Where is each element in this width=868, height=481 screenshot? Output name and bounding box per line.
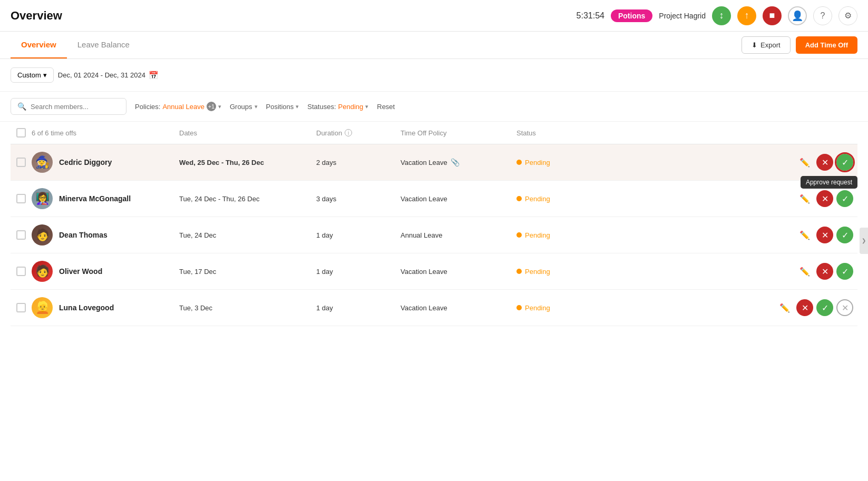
row-4-status-text: Pending — [525, 268, 550, 276]
row-2-deny-button[interactable]: ✕ — [816, 190, 833, 207]
row-5-approve-button[interactable]: ✓ — [816, 299, 833, 316]
row-4-approve-button[interactable]: ✓ — [836, 263, 853, 280]
row-2-edit-button[interactable]: ✏️ — [796, 190, 813, 207]
policies-label: Policies: — [135, 103, 160, 111]
groups-label: Groups — [230, 103, 252, 111]
row-5-edit-button[interactable]: ✏️ — [776, 299, 793, 316]
row-5-cancel-button[interactable]: ✕ — [836, 299, 853, 316]
table-row: 👱 Luna Lovegood Tue, 3 Dec 1 day Vacatio… — [11, 290, 857, 326]
row-5-check — [11, 303, 32, 312]
row-1-avatar: 🧙 — [32, 152, 53, 173]
tabs: Overview Leave Balance — [11, 32, 140, 58]
row-4-status-dot — [516, 269, 522, 274]
app-title: Overview — [11, 9, 62, 23]
tab-overview[interactable]: Overview — [11, 32, 67, 58]
policies-chevron: ▾ — [218, 103, 221, 110]
row-5-deny-button[interactable]: ✕ — [796, 299, 813, 316]
row-4-actions: ✏️ ✕ ✓ — [622, 263, 857, 280]
table-row: 🧑 Oliver Wood Tue, 17 Dec 1 day Vacation… — [11, 253, 857, 290]
tab-leave-balance[interactable]: Leave Balance — [67, 32, 140, 58]
row-3-avatar: 🧑 — [32, 224, 53, 246]
avatar-outline[interactable]: 👤 — [788, 6, 807, 25]
row-1-policy-name: Vacation Leave — [401, 159, 447, 166]
settings-icon[interactable]: ⚙ — [838, 6, 857, 25]
row-3-approve-button[interactable]: ✓ — [836, 227, 853, 243]
duration-info-icon[interactable]: i — [345, 129, 352, 136]
export-button[interactable]: ⬇ Export — [742, 36, 791, 54]
search-filter-bar: 🔍 Policies: Annual Leave +1 ▾ Groups ▾ P… — [0, 92, 868, 122]
row-5-checkbox[interactable] — [16, 303, 26, 312]
statuses-value: Pending — [338, 103, 364, 111]
row-4-name: Oliver Wood — [59, 267, 102, 276]
col-header-name: 6 of 6 time offs — [32, 129, 179, 137]
row-4-edit-button[interactable]: ✏️ — [796, 263, 813, 280]
row-1-name: Cedric Diggory — [59, 158, 112, 166]
row-2-checkbox[interactable] — [16, 194, 26, 203]
row-1-deny-button[interactable]: ✕ — [816, 154, 833, 171]
avatar-orange[interactable]: ↑ — [737, 6, 756, 25]
avatar-red[interactable]: ■ — [763, 6, 782, 25]
select-all-checkbox[interactable] — [16, 128, 26, 138]
search-input[interactable] — [31, 103, 120, 111]
row-3-actions: ✏️ ✕ ✓ — [622, 227, 857, 243]
row-4-policy-name: Vacation Leave — [401, 268, 447, 276]
statuses-chevron: ▾ — [365, 103, 368, 110]
row-2-avatar: 👩‍🏫 — [32, 188, 53, 209]
calendar-icon[interactable]: 📅 — [149, 71, 159, 80]
col-header-status: Status — [516, 129, 622, 137]
row-4-avatar: 🧑 — [32, 261, 53, 282]
row-1-status-dot — [516, 160, 522, 165]
row-5-status: Pending — [516, 304, 622, 312]
row-2-status-dot — [516, 196, 522, 201]
row-1-actions: ✏️ ✕ ✓ Approve request — [622, 154, 857, 171]
col-header-duration: Duration i — [316, 129, 401, 137]
table-row: 🧑 Dean Thomas Tue, 24 Dec 1 day Annual L… — [11, 217, 857, 253]
row-1-edit-button[interactable]: ✏️ — [796, 154, 813, 171]
row-5-name: Luna Lovegood — [59, 303, 114, 312]
reset-button[interactable]: Reset — [377, 103, 395, 111]
row-4-checkbox[interactable] — [16, 267, 26, 276]
row-4-duration: 1 day — [316, 268, 401, 276]
filter-policies[interactable]: Policies: Annual Leave +1 ▾ — [135, 102, 221, 111]
row-4-status: Pending — [516, 268, 622, 276]
row-1-attachment-icon[interactable]: 📎 — [451, 158, 460, 166]
row-2-dates: Tue, 24 Dec - Thu, 26 Dec — [179, 195, 316, 203]
row-1-status: Pending — [516, 159, 622, 166]
row-3-dates: Tue, 24 Dec — [179, 231, 316, 239]
table: 6 of 6 time offs Dates Duration i Time O… — [0, 122, 868, 326]
filter-groups[interactable]: Groups ▾ — [230, 103, 258, 111]
row-3-checkbox[interactable] — [16, 230, 26, 240]
filter-statuses[interactable]: Statuses: Pending ▾ — [307, 103, 368, 111]
row-2-duration: 3 days — [316, 195, 401, 203]
row-2-actions: ✏️ ✕ ✓ — [622, 190, 857, 207]
row-1-approve-button[interactable]: ✓ — [836, 154, 853, 171]
row-2-policy-name: Vacation Leave — [401, 195, 447, 203]
custom-dropdown[interactable]: Custom ▾ — [11, 67, 54, 83]
row-3-deny-button[interactable]: ✕ — [816, 227, 833, 243]
export-icon: ⬇ — [752, 41, 757, 49]
avatar-green[interactable]: ↕ — [712, 6, 731, 25]
time-display: 5:31:54 — [577, 11, 604, 21]
row-2-policy: Vacation Leave — [401, 195, 516, 203]
row-2-check — [11, 194, 32, 203]
sidebar-handle[interactable]: ❯ — [860, 228, 868, 254]
row-2-approve-button[interactable]: ✓ — [836, 190, 853, 207]
positions-label: Positions — [266, 103, 294, 111]
col-header-policy: Time Off Policy — [401, 129, 516, 137]
row-3-status-text: Pending — [525, 231, 550, 239]
help-icon[interactable]: ? — [813, 6, 832, 25]
policies-value: Annual Leave — [162, 103, 204, 111]
row-4-member: 🧑 Oliver Wood — [32, 261, 179, 282]
row-3-edit-button[interactable]: ✏️ — [796, 227, 813, 243]
row-5-actions: ✏️ ✕ ✓ ✕ — [622, 299, 857, 316]
filter-positions[interactable]: Positions ▾ — [266, 103, 299, 111]
select-all-col — [11, 128, 32, 138]
add-time-off-button[interactable]: Add Time Off — [796, 36, 857, 54]
row-1-duration: 2 days — [316, 159, 401, 166]
date-filter: Custom ▾ Dec, 01 2024 - Dec, 31 2024 📅 — [11, 67, 159, 83]
row-4-dates: Tue, 17 Dec — [179, 268, 316, 276]
row-1-checkbox[interactable] — [16, 158, 26, 167]
row-4-deny-button[interactable]: ✕ — [816, 263, 833, 280]
project-badge[interactable]: Potions — [611, 9, 652, 22]
policies-badge: +1 — [207, 102, 216, 111]
